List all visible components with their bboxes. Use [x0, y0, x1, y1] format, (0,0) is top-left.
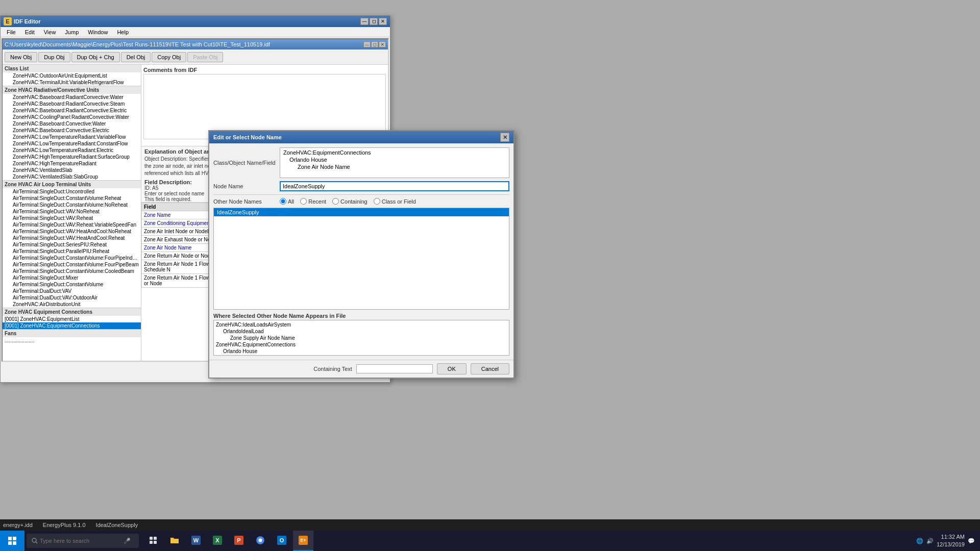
node-name-input[interactable] — [280, 181, 509, 191]
other-node-label: Other Node Names — [213, 198, 280, 205]
where-item: Zone Air Node Name — [215, 355, 508, 356]
node-name-dialog: Edit or Select Node Name ✕ Class/Object … — [208, 130, 514, 379]
radio-containing-input[interactable] — [332, 198, 339, 205]
radio-recent[interactable]: Recent — [300, 198, 326, 205]
radio-all-input[interactable] — [280, 198, 286, 205]
other-node-row: Other Node Names All Recent Containing — [213, 198, 509, 205]
node-name-label: Node Name — [213, 183, 280, 189]
class-object-field: ZoneHVAC:EquipmentConnections Orlando Ho… — [280, 147, 509, 178]
radio-class-field-input[interactable] — [374, 198, 380, 205]
node-list: IdealZoneSupply — [213, 208, 509, 310]
tree-item-class: ZoneHVAC:EquipmentConnections — [281, 149, 508, 156]
where-box: ZoneHVAC:IdealLoadsAirSystemOrlandoIdeal… — [213, 320, 509, 356]
dialog-body: Class/Object Name/Field ZoneHVAC:Equipme… — [209, 143, 513, 360]
dialog-titlebar: Edit or Select Node Name ✕ — [209, 131, 513, 143]
dialog-close-button[interactable]: ✕ — [500, 133, 509, 142]
dialog-title: Edit or Select Node Name — [213, 134, 500, 140]
cancel-button[interactable]: Cancel — [471, 363, 509, 374]
tree-item-zone: Orlando House — [281, 156, 508, 163]
where-item: Orlando House — [215, 348, 508, 355]
separator-1 — [213, 194, 509, 195]
where-item: OrlandoIdealLoad — [215, 328, 508, 335]
where-label: Where Selected Other Node Name Appears i… — [213, 313, 509, 319]
radio-group: All Recent Containing Class or Field — [280, 198, 416, 205]
class-object-label: Class/Object Name/Field — [213, 160, 280, 166]
radio-class-field[interactable]: Class or Field — [374, 198, 416, 205]
node-name-row: Node Name — [213, 181, 509, 191]
radio-containing[interactable]: Containing — [332, 198, 368, 205]
class-object-tree: ZoneHVAC:EquipmentConnections Orlando Ho… — [280, 147, 509, 178]
radio-all[interactable]: All — [280, 198, 294, 205]
tree-item-field: Zone Air Node Name — [281, 163, 508, 170]
dialog-footer: Containing Text OK Cancel — [209, 360, 513, 378]
ok-button[interactable]: OK — [437, 363, 467, 374]
where-section: Where Selected Other Node Name Appears i… — [213, 313, 509, 356]
node-list-item-0[interactable]: IdealZoneSupply — [214, 208, 509, 216]
containing-text-label: Containing Text — [313, 366, 352, 372]
class-object-row: Class/Object Name/Field ZoneHVAC:Equipme… — [213, 147, 509, 178]
containing-text-input[interactable] — [356, 364, 433, 373]
node-name-field — [280, 181, 509, 191]
where-item: Zone Supply Air Node Name — [215, 335, 508, 341]
where-item: ZoneHVAC:EquipmentConnections — [215, 341, 508, 348]
dialog-overlay: Edit or Select Node Name ✕ Class/Object … — [0, 0, 980, 551]
radio-recent-input[interactable] — [300, 198, 307, 205]
where-item: ZoneHVAC:IdealLoadsAirSystem — [215, 321, 508, 328]
